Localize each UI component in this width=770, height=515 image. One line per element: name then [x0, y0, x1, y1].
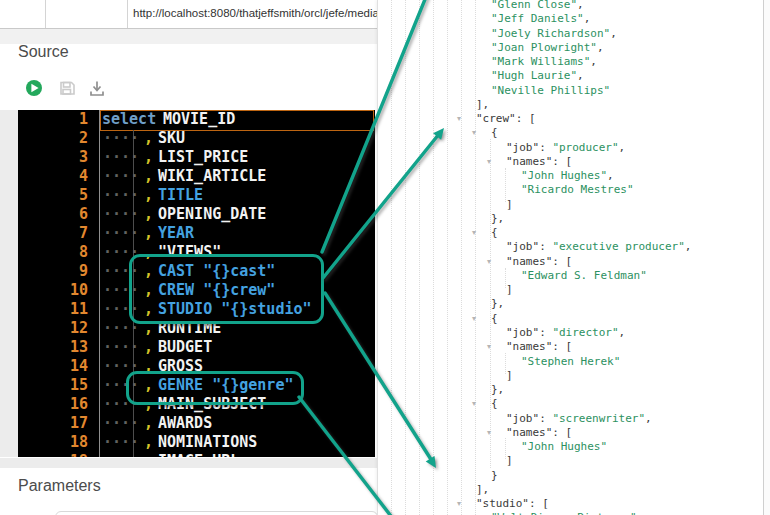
json-punctuation: ] [506, 369, 513, 382]
whitespace-dots: ···· [103, 433, 139, 452]
json-punctuation: : [539, 412, 552, 425]
json-line: "names": [ [506, 427, 572, 439]
json-key: "job" [506, 240, 539, 253]
comma-token: , [144, 224, 153, 243]
indent-guide-line [391, 0, 392, 515]
json-punctuation: : [ [552, 155, 572, 168]
json-line: "job": "screenwriter", [506, 413, 652, 425]
code-line: 6····,OPENING_DATE [18, 205, 375, 224]
json-punctuation: , [610, 27, 617, 40]
source-section-title: Source [18, 43, 69, 61]
floppy-shutter [64, 83, 71, 88]
save-button[interactable] [61, 83, 74, 95]
json-line: { [491, 313, 498, 325]
annotation-highlight-box [126, 371, 304, 405]
json-line: ] [506, 370, 513, 382]
line-number: 17 [18, 414, 88, 433]
column-name: TITLE [158, 186, 203, 205]
collapse-triangle-icon[interactable]: ▾ [472, 229, 476, 237]
indent-guide-line [461, 0, 462, 515]
json-line: "Joan Plowright", [491, 42, 604, 54]
json-response-window[interactable]: "Glenn Close","Jeff Daniels","Joely Rich… [377, 0, 770, 515]
json-punctuation: : [ [516, 112, 536, 125]
column-name: YEAR [158, 224, 194, 243]
line-number: 2 [18, 129, 88, 148]
collapse-triangle-icon[interactable]: ▾ [472, 315, 476, 323]
whitespace-dots: ···· [103, 338, 139, 357]
json-string: "Joan Plowright" [491, 41, 597, 54]
code-line: 7····,YEAR [18, 224, 375, 243]
json-line: "Glenn Close", [491, 0, 584, 11]
json-line: "job": "producer", [506, 142, 625, 154]
json-punctuation: { [491, 126, 498, 139]
json-key: "job" [506, 141, 539, 154]
line-number: 5 [18, 186, 88, 205]
json-punctuation: }, [491, 383, 504, 396]
line-number: 6 [18, 205, 88, 224]
indent-guide-line [419, 0, 420, 515]
collapse-triangle-icon[interactable]: ▾ [457, 115, 461, 123]
comma-token: , [144, 205, 153, 224]
json-line: "names": [ [506, 256, 572, 268]
download-button[interactable] [91, 82, 103, 96]
json-string: "Glenn Close" [491, 0, 577, 11]
json-string: "Stephen Herek" [521, 355, 620, 368]
json-line: }, [491, 213, 504, 225]
collapse-triangle-icon[interactable]: ▾ [487, 429, 491, 437]
json-line: "crew": [ [476, 113, 536, 125]
json-line: "names": [ [506, 156, 572, 168]
line-number: 14 [18, 357, 88, 376]
line-number: 3 [18, 148, 88, 167]
json-punctuation: : [539, 326, 552, 339]
comma-token: , [144, 148, 153, 167]
json-punctuation: , [597, 41, 604, 54]
code-line: 4····,WIKI_ARTICLE [18, 167, 375, 186]
collapse-triangle-icon[interactable]: ▾ [472, 129, 476, 137]
json-line: }, [491, 298, 504, 310]
json-punctuation: { [491, 312, 498, 325]
json-line: } [491, 470, 498, 482]
json-string: "Ricardo Mestres" [521, 183, 634, 196]
whitespace-dots: ···· [103, 129, 139, 148]
json-line: "studio": [ [476, 498, 549, 510]
run-button[interactable] [26, 80, 42, 96]
json-punctuation: ], [476, 483, 489, 496]
json-punctuation: }, [491, 297, 504, 310]
json-punctuation: , [584, 12, 591, 25]
json-line: "Edward S. Feldman" [521, 270, 647, 282]
window-right-margin [764, 0, 770, 515]
collapse-triangle-icon[interactable]: ▾ [472, 400, 476, 408]
whitespace-dots: ···· [103, 167, 139, 186]
parameters-section-title: Parameters [18, 477, 101, 495]
json-string: "John Hughes" [521, 440, 607, 453]
json-punctuation: , [577, 69, 584, 82]
json-line: "John Hughes", [521, 170, 614, 182]
collapse-triangle-icon[interactable]: ▾ [487, 158, 491, 166]
json-string: "Walt Disney Pictures" [491, 511, 637, 515]
header-separator-band [0, 29, 377, 44]
json-line: { [491, 227, 498, 239]
indent-guide-line [475, 0, 476, 515]
json-line: "John Hughes" [521, 441, 607, 453]
collapse-triangle-icon[interactable]: ▾ [457, 500, 461, 508]
json-string: "Neville Phillips" [491, 84, 610, 97]
service-url[interactable]: http://localhost:8080/thatjeffsmith/orcl… [133, 7, 377, 19]
json-line: { [491, 398, 498, 410]
collapse-triangle-icon[interactable]: ▾ [487, 258, 491, 266]
horizontal-scrollbar[interactable] [0, 458, 377, 468]
json-punctuation: , [637, 511, 644, 515]
json-punctuation: }, [491, 212, 504, 225]
json-line: "job": "director", [506, 327, 625, 339]
whitespace-dots: ···· [103, 414, 139, 433]
json-string: "screenwriter" [552, 412, 645, 425]
parameters-panel [55, 511, 377, 515]
code-line: 13····,BUDGET [18, 338, 375, 357]
collapse-triangle-icon[interactable]: ▾ [487, 343, 491, 351]
json-punctuation: : [539, 240, 552, 253]
json-string: "John Hughes" [521, 169, 607, 182]
comma-token: , [144, 433, 153, 452]
line-number: 18 [18, 433, 88, 452]
json-string: "Joely Richardson" [491, 27, 610, 40]
column-name: OPENING_DATE [158, 205, 266, 224]
json-punctuation: , [619, 141, 626, 154]
